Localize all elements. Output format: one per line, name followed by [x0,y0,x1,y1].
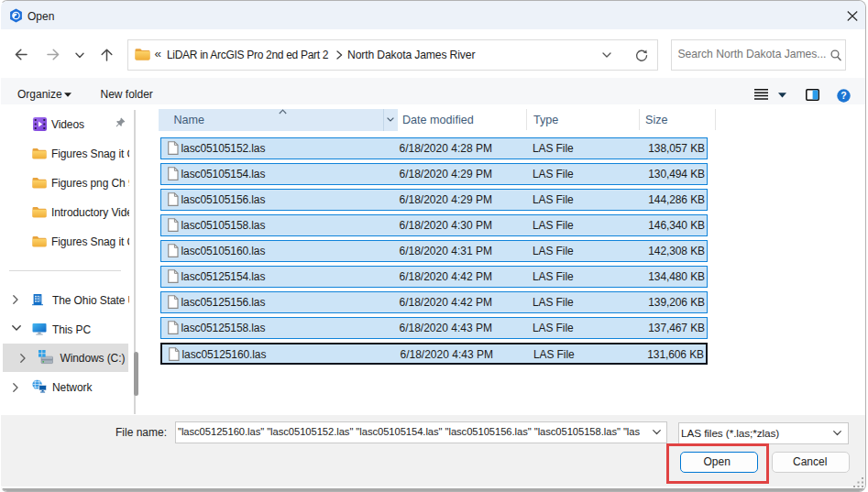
svg-text:?: ? [841,90,846,101]
